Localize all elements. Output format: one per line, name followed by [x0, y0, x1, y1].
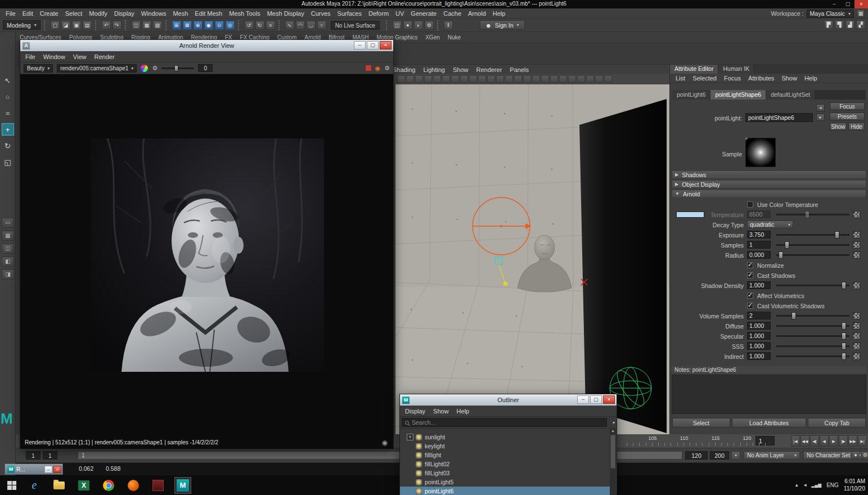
use-color-temperature-checkbox[interactable]	[747, 201, 753, 208]
menu-curves[interactable]: Curves	[308, 9, 334, 18]
viewport-3d-scene[interactable]	[395, 84, 669, 434]
node-tab-pointlight6[interactable]: pointLight6	[672, 90, 710, 100]
attribute-editor-menu-list[interactable]: List	[672, 74, 689, 83]
animation-start-field[interactable]: 1	[26, 451, 41, 460]
resolution-gate-icon[interactable]	[478, 75, 486, 83]
texture-map-button[interactable]	[853, 312, 860, 320]
two-pane-side-layout-button[interactable]: ◧	[2, 256, 14, 267]
search-input[interactable]: Search...	[402, 418, 607, 427]
snap-to-view-plane-icon[interactable]: ⊙	[215, 21, 224, 30]
attribute-editor-toggle-icon[interactable]: ▜	[835, 20, 844, 29]
menu-arnold[interactable]: Arnold	[465, 9, 489, 18]
texture-map-button[interactable]	[853, 322, 860, 330]
maximize-button[interactable]: ▢	[367, 41, 379, 50]
scrollbar[interactable]: ▲	[610, 428, 616, 494]
menu-windows[interactable]: Windows	[138, 9, 170, 18]
input-connections-icon[interactable]: ↺	[245, 21, 254, 30]
undo-icon[interactable]: ↶	[102, 21, 111, 30]
viewport-menu-lighting[interactable]: Lighting	[420, 66, 448, 74]
volume-samples-slider[interactable]	[776, 312, 849, 320]
step-back-key-button[interactable]: ◀|	[810, 435, 819, 447]
exposure-field[interactable]: 3.750	[747, 231, 771, 238]
curve-tool-icon[interactable]: ∿	[285, 21, 294, 30]
go-to-start-button[interactable]: |◀	[791, 435, 800, 447]
collapsed-window[interactable]: M R... – ×	[5, 464, 63, 475]
slider-handle[interactable]	[842, 282, 846, 289]
outliner-item-pointlight5[interactable]: pointLight5	[400, 478, 610, 487]
outliner-item-keylight[interactable]: keylight	[400, 442, 610, 451]
network-icon[interactable]: ▂▄▆	[811, 483, 821, 488]
outliner-menu-display[interactable]: Display	[402, 407, 429, 416]
workspace-grid-icon[interactable]: ▦	[857, 10, 865, 17]
render-settings-icon[interactable]: ⚙	[425, 21, 434, 30]
playback-start-field[interactable]: 1	[43, 451, 57, 460]
gamma-slider[interactable]	[161, 68, 194, 69]
motion-blur-icon[interactable]	[559, 75, 567, 83]
node-tab-pointlightshape6[interactable]: pointLightShape6	[710, 90, 766, 100]
attribute-editor-menu-selected[interactable]: Selected	[689, 74, 720, 83]
select-hierarchy-icon[interactable]: ◫	[132, 21, 141, 30]
volume-samples-field[interactable]: 2	[747, 312, 771, 320]
slider-handle[interactable]	[791, 312, 796, 320]
excel-icon[interactable]: X	[75, 477, 92, 494]
shadow-density-field[interactable]: 1.000	[747, 281, 771, 289]
exposure-slider[interactable]	[776, 231, 849, 238]
output-connections-icon[interactable]: ↻	[255, 21, 264, 30]
select-object-icon[interactable]: ▦	[142, 21, 151, 30]
debug-value-field[interactable]: 0	[198, 64, 213, 72]
start-button[interactable]	[0, 475, 24, 495]
slider-handle[interactable]	[842, 353, 846, 360]
texture-map-button[interactable]	[853, 332, 860, 340]
persp-outliner-layout-button[interactable]: ◫	[2, 244, 14, 254]
step-forward-frame-button[interactable]: ▶▶	[848, 435, 857, 447]
playback-speed-dropdown[interactable]: ▾	[731, 451, 740, 460]
menu-edit-mesh[interactable]: Edit Mesh	[191, 9, 226, 18]
menu-mesh-display[interactable]: Mesh Display	[264, 9, 308, 18]
step-back-frame-button[interactable]: ◀◀	[800, 435, 809, 447]
live-surface-field[interactable]: No Live Surface	[331, 21, 380, 30]
file-explorer-icon[interactable]	[51, 477, 68, 494]
play-backwards-button[interactable]: ◀	[820, 435, 829, 447]
paint-select-tool[interactable]: ≈	[2, 107, 14, 119]
arc-up-tool-icon[interactable]: ◠	[296, 21, 305, 30]
safe-action-icon[interactable]	[505, 75, 513, 83]
color-swatch[interactable]	[676, 212, 704, 218]
slider-handle[interactable]	[842, 343, 846, 350]
slider-handle[interactable]	[779, 251, 783, 259]
texture-map-button[interactable]	[853, 353, 860, 360]
menu-display[interactable]: Display	[111, 9, 138, 18]
menu-uv[interactable]: UV	[392, 9, 407, 18]
cast-volumetric-shadows-checkbox[interactable]	[747, 303, 753, 309]
load-attributes-button[interactable]: Load Attributes	[732, 418, 807, 428]
texture-map-button[interactable]	[853, 231, 860, 238]
clock[interactable]: 6:01 AM 11/10/20	[844, 478, 865, 492]
camera-attributes-icon[interactable]	[415, 75, 423, 83]
decay-type-dropdown[interactable]: quadratic▾	[747, 220, 793, 228]
section-shadows[interactable]: ▶Shadows	[672, 170, 866, 179]
lock-camera-icon[interactable]	[406, 75, 414, 83]
diffuse-slider[interactable]	[776, 322, 849, 330]
specular-field[interactable]: 1.000	[747, 332, 771, 340]
render-view-icon[interactable]: ◫	[393, 21, 402, 30]
outliner-item-pointlight6[interactable]: pointLight6	[400, 487, 610, 495]
construction-history-icon[interactable]: ≡	[266, 21, 275, 30]
select-button[interactable]: Select	[672, 418, 730, 428]
gate-mask-icon[interactable]	[487, 75, 495, 83]
normalize-checkbox[interactable]	[747, 262, 753, 268]
viewport-menu-panels[interactable]: Panels	[506, 66, 532, 74]
viewport-menu-show[interactable]: Show	[449, 66, 472, 74]
lasso-select-tool[interactable]: ○	[2, 91, 14, 103]
scrollbar-thumb[interactable]	[610, 435, 615, 469]
texture-map-button[interactable]	[853, 211, 860, 218]
multisampling-icon[interactable]	[568, 75, 576, 83]
attribute-editor-menu-help[interactable]: Help	[801, 74, 821, 83]
playback-end-field[interactable]: 120	[685, 451, 708, 460]
live-render-icon[interactable]: ◉	[375, 65, 381, 72]
indirect-slider[interactable]	[776, 353, 849, 360]
hide-button[interactable]: Hide	[848, 123, 865, 130]
section-object-display[interactable]: ▶Object Display	[672, 180, 866, 188]
outliner-menu-help[interactable]: Help	[453, 407, 473, 416]
volume-icon[interactable]: ◄	[803, 483, 807, 488]
move-tool[interactable]: +	[2, 123, 14, 136]
menu-edit[interactable]: Edit	[19, 9, 37, 18]
